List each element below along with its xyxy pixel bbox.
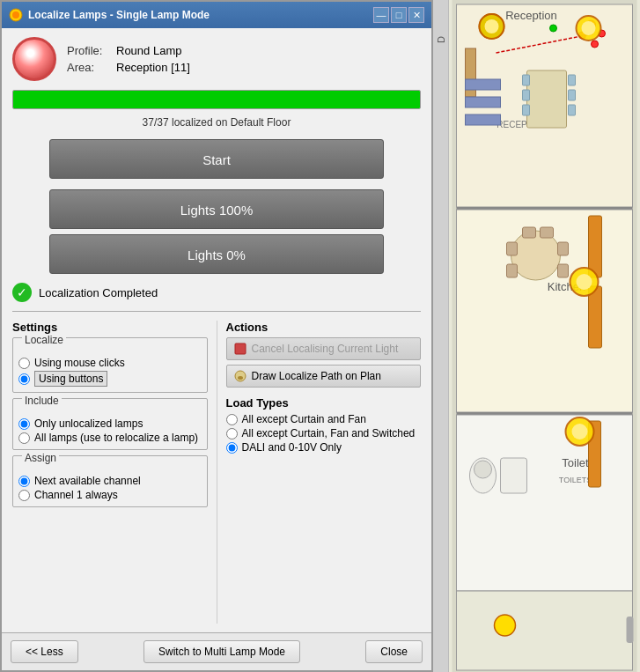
radio-dali-0-10v-input[interactable] <box>226 442 238 454</box>
svg-text:TOILETS: TOILETS <box>559 476 592 484</box>
svg-rect-14 <box>523 75 530 85</box>
svg-rect-12 <box>466 114 501 125</box>
svg-rect-37 <box>558 242 569 255</box>
radio-dali-0-10v: DALI and 0-10V Only <box>226 441 422 454</box>
profile-label: Profile: <box>67 44 111 57</box>
dialog-title: Localize Lamps - Single Lamp Mode <box>28 9 210 21</box>
svg-point-44 <box>577 274 592 290</box>
svg-point-51 <box>572 424 588 439</box>
localize-label: Localize <box>22 334 66 346</box>
svg-rect-13 <box>527 70 567 128</box>
floorplan-svg: Reception RECEPTION <box>449 0 640 672</box>
actions-title: Actions <box>226 321 422 334</box>
radio-all-lamps: All lamps (use to relocalize a lamp) <box>18 432 202 444</box>
start-button[interactable]: Start <box>49 139 384 179</box>
radio-except-curtain-fan-switched-label: All except Curtain, Fan and Switched <box>242 427 416 439</box>
lights-0-button[interactable]: Lights 0% <box>49 234 384 274</box>
radio-only-unlocalized-label: Only unlocalized lamps <box>34 417 143 430</box>
radio-all-lamps-input[interactable] <box>18 432 30 444</box>
svg-rect-16 <box>523 105 530 115</box>
svg-rect-15 <box>523 90 530 100</box>
svg-rect-2 <box>235 343 246 354</box>
left-strip: D <box>433 0 449 672</box>
status-icon: ✓ <box>12 283 32 302</box>
radio-using-buttons-label: Using buttons <box>34 371 107 387</box>
profile-info: Profile: Round Lamp Area: Reception [11] <box>67 44 190 74</box>
radio-mouse-clicks-input[interactable] <box>18 358 30 369</box>
area-label: Area: <box>67 61 111 74</box>
svg-point-4 <box>238 376 243 380</box>
lamp-preview-icon <box>12 37 56 81</box>
include-label: Include <box>22 395 62 407</box>
draw-path-button[interactable]: Draw Localize Path on Plan <box>226 365 422 388</box>
status-row: ✓ Localization Completed <box>12 283 421 302</box>
settings-area: Settings Localize Using mouse clicks Usi… <box>12 311 421 624</box>
radio-next-channel: Next available channel <box>18 475 202 487</box>
status-text: Localization Completed <box>39 286 158 299</box>
svg-rect-19 <box>569 105 576 115</box>
svg-rect-18 <box>569 90 576 100</box>
radio-except-curtain-fan-switched-input[interactable] <box>226 428 238 439</box>
radio-next-channel-label: Next available channel <box>34 475 141 487</box>
switch-mode-button[interactable]: Switch to Multi Lamp Mode <box>143 640 300 663</box>
svg-rect-42 <box>589 286 602 348</box>
svg-rect-54 <box>501 458 527 493</box>
radio-next-channel-input[interactable] <box>18 476 30 487</box>
localize-group: Localize Using mouse clicks Using button… <box>12 337 208 393</box>
radio-channel-1-input[interactable] <box>18 490 30 501</box>
draw-icon <box>234 370 246 382</box>
radio-using-buttons: Using buttons <box>18 371 202 387</box>
radio-using-buttons-input[interactable] <box>18 373 30 385</box>
radio-except-curtain-fan-label: All except Curtain and Fan <box>242 413 366 425</box>
area-value: Reception [11] <box>116 61 190 74</box>
maximize-button[interactable]: □ <box>391 7 407 23</box>
radio-channel-1: Channel 1 always <box>18 489 202 501</box>
svg-rect-41 <box>589 216 602 277</box>
main-dialog: Localize Lamps - Single Lamp Mode — □ ✕ … <box>0 0 433 672</box>
svg-rect-10 <box>466 79 501 90</box>
radio-except-curtain-fan-input[interactable] <box>226 414 238 425</box>
left-strip-label: D <box>436 35 446 43</box>
minimize-button[interactable]: — <box>373 7 389 23</box>
radio-channel-1-label: Channel 1 always <box>34 489 118 501</box>
title-buttons: — □ ✕ <box>373 7 424 23</box>
settings-right: Actions Cancel Localising Current Light … <box>217 321 422 624</box>
radio-all-lamps-label: All lamps (use to relocalize a lamp) <box>34 432 198 444</box>
profile-value: Round Lamp <box>116 44 181 57</box>
assign-group: Assign Next available channel Channel 1 … <box>12 455 208 507</box>
svg-rect-46 <box>457 415 633 591</box>
dialog-icon <box>9 8 23 22</box>
start-section: Start <box>12 139 421 179</box>
radio-except-curtain-fan: All except Curtain and Fan <box>226 413 422 425</box>
svg-rect-11 <box>466 97 501 107</box>
svg-point-34 <box>511 231 561 280</box>
load-types-title: Load Types <box>226 396 422 410</box>
area-row: Area: Reception [11] <box>67 61 190 74</box>
checkmark-icon: ✓ <box>17 285 27 299</box>
lights-100-button[interactable]: Lights 100% <box>49 189 384 229</box>
cancel-icon <box>234 343 246 355</box>
radio-only-unlocalized-input[interactable] <box>18 418 30 430</box>
close-button[interactable]: ✕ <box>408 7 424 23</box>
less-button[interactable]: << Less <box>11 640 78 663</box>
svg-rect-36 <box>507 264 518 277</box>
svg-rect-40 <box>541 227 554 238</box>
svg-text:Toilet: Toilet <box>562 456 589 469</box>
radio-mouse-clicks: Using mouse clicks <box>18 357 202 369</box>
progress-bar-fill <box>13 91 420 108</box>
svg-point-56 <box>495 615 516 636</box>
svg-point-23 <box>592 41 599 48</box>
svg-rect-35 <box>507 242 518 255</box>
close-button-footer[interactable]: Close <box>365 640 423 663</box>
cancel-btn-label: Cancel Localising Current Light <box>252 343 399 355</box>
assign-label: Assign <box>22 452 59 464</box>
lights-buttons: Lights 100% Lights 0% <box>12 189 421 274</box>
include-group: Include Only unlocalized lamps All lamps… <box>12 398 208 450</box>
cancel-localising-button[interactable]: Cancel Localising Current Light <box>226 337 422 360</box>
draw-btn-label: Draw Localize Path on Plan <box>252 370 381 382</box>
svg-rect-57 <box>627 617 634 643</box>
floorplan-panel: Reception RECEPTION <box>449 0 640 672</box>
radio-dali-0-10v-label: DALI and 0-10V Only <box>242 441 342 454</box>
dialog-body: Profile: Round Lamp Area: Reception [11]… <box>2 28 431 632</box>
settings-left: Settings Localize Using mouse clicks Usi… <box>12 321 217 624</box>
